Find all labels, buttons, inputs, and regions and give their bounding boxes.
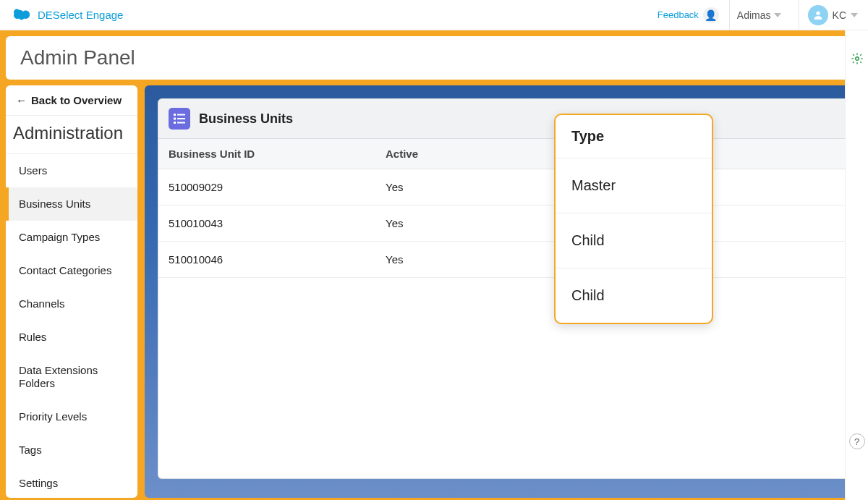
account-switcher[interactable]: KC bbox=[799, 0, 858, 30]
account-label: KC bbox=[833, 9, 846, 21]
feedback-avatar-icon: 👤 bbox=[703, 7, 719, 23]
user-name-label: Adimas bbox=[737, 9, 771, 21]
svg-rect-6 bbox=[177, 122, 185, 124]
main-panel: Business Units Business Unit ID Active T… bbox=[145, 85, 862, 498]
sidebar-item-settings[interactable]: Settings bbox=[6, 467, 137, 498]
popover-item[interactable]: Child bbox=[556, 213, 712, 268]
table-row[interactable]: 510010046YesChild bbox=[158, 242, 848, 278]
sidebar-item-users[interactable]: Users bbox=[6, 154, 137, 187]
sidebar-item-rules[interactable]: Rules bbox=[6, 321, 137, 354]
feedback-label: Feedback bbox=[658, 9, 699, 20]
top-bar: DESelect Engage Feedback 👤 Adimas KC bbox=[0, 0, 868, 30]
svg-rect-5 bbox=[174, 122, 176, 124]
gear-icon[interactable] bbox=[851, 52, 864, 68]
sidebar-item-data-extensions-folders[interactable]: Data Extensions Folders bbox=[6, 354, 137, 400]
app-frame: Admin Panel ← Back to Overview Administr… bbox=[0, 30, 868, 500]
card-header: Business Units bbox=[158, 98, 849, 139]
back-label: Back to Overview bbox=[31, 94, 122, 106]
popover-header: Type bbox=[556, 115, 712, 158]
cell-id: 510010046 bbox=[158, 242, 375, 278]
svg-rect-3 bbox=[174, 118, 176, 120]
table-row[interactable]: 510009029YesMaster bbox=[158, 169, 848, 205]
cell-id: 510009029 bbox=[158, 169, 375, 205]
salesforce-cloud-icon bbox=[10, 8, 32, 22]
svg-rect-2 bbox=[177, 114, 185, 116]
business-units-table: Business Unit ID Active Type 510009029Ye… bbox=[158, 139, 848, 278]
help-icon[interactable]: ? bbox=[849, 433, 865, 449]
avatar-icon bbox=[808, 5, 828, 25]
back-to-overview-button[interactable]: ← Back to Overview bbox=[6, 85, 137, 116]
sidebar-item-business-units[interactable]: Business Units bbox=[6, 187, 137, 221]
feedback-link[interactable]: Feedback 👤 bbox=[658, 7, 719, 23]
sidebar-section-title: Administration bbox=[6, 116, 137, 154]
table-wrap: Business Unit ID Active Type 510009029Ye… bbox=[158, 139, 849, 479]
sidebar-item-priority-levels[interactable]: Priority Levels bbox=[6, 400, 137, 433]
user-menu[interactable]: Adimas bbox=[729, 0, 788, 30]
sidebar: ← Back to Overview Administration UsersB… bbox=[6, 85, 137, 498]
popover-item[interactable]: Master bbox=[556, 158, 712, 213]
sidebar-item-channels[interactable]: Channels bbox=[6, 287, 137, 321]
popover-item[interactable]: Child bbox=[556, 268, 712, 323]
type-column-popover: Type MasterChildChild bbox=[554, 114, 713, 324]
table-row[interactable]: 510010043YesChild bbox=[158, 205, 848, 242]
cell-id: 510010043 bbox=[158, 205, 375, 242]
brand-text: DESelect Engage bbox=[38, 9, 123, 21]
svg-rect-1 bbox=[174, 114, 176, 116]
card-title: Business Units bbox=[199, 111, 293, 127]
sidebar-item-campaign-types[interactable]: Campaign Types bbox=[6, 221, 137, 254]
list-icon bbox=[169, 108, 190, 130]
svg-rect-4 bbox=[177, 118, 185, 119]
page-title: Admin Panel bbox=[6, 36, 862, 80]
sidebar-item-tags[interactable]: Tags bbox=[6, 433, 137, 467]
col-header-id[interactable]: Business Unit ID bbox=[158, 139, 375, 169]
right-rail: ? bbox=[845, 30, 868, 500]
chevron-down-icon bbox=[851, 13, 858, 17]
svg-point-7 bbox=[855, 57, 859, 61]
chevron-down-icon bbox=[774, 13, 781, 17]
svg-point-0 bbox=[816, 11, 820, 14]
arrow-left-icon: ← bbox=[16, 94, 27, 106]
sidebar-item-contact-categories[interactable]: Contact Categories bbox=[6, 254, 137, 287]
